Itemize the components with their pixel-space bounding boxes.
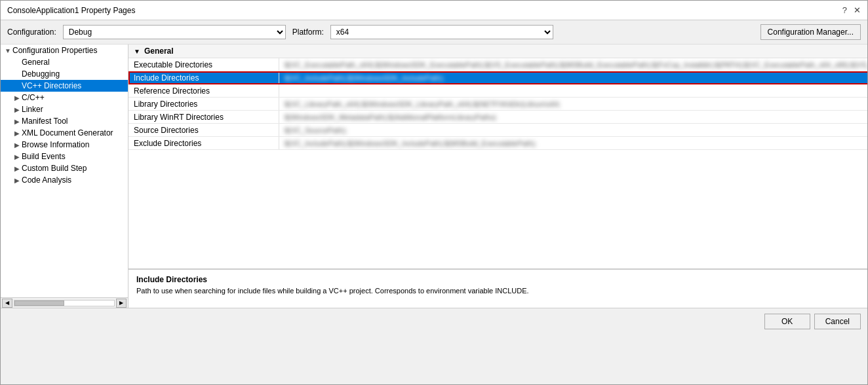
platform-select[interactable]: x64 — [330, 25, 553, 39]
prop-value-executable-dirs: $(VC_ExecutablePath_x64);$(WindowsSDK_Ex… — [279, 58, 868, 71]
tree-arrow-linker: ▶ — [12, 106, 22, 113]
prop-row-source-dirs[interactable]: Source Directories$(VC_SourcePath); — [128, 124, 868, 137]
tree-label-debugging: Debugging — [22, 69, 128, 79]
tree-arrow-browse-info: ▶ — [12, 141, 22, 149]
section-header-label: General — [144, 46, 174, 56]
scroll-left-btn[interactable]: ◀ — [2, 299, 12, 308]
tree-label-config-props: Configuration Properties — [12, 46, 128, 55]
tree-item-code-analysis[interactable]: ▶Code Analysis — [1, 174, 128, 186]
tree-item-xml-doc-gen[interactable]: ▶XML Document Generator — [1, 127, 128, 139]
bottom-bar: OK Cancel — [1, 308, 867, 334]
desc-text: Path to use when searching for include f… — [136, 287, 868, 295]
tree-item-debugging[interactable]: Debugging — [1, 68, 128, 80]
main-area: ▼Configuration PropertiesGeneralDebuggin… — [1, 45, 867, 308]
prop-row-reference-dirs[interactable]: Reference Directories — [128, 84, 868, 98]
config-label: Configuration: — [7, 28, 56, 37]
tree-label-xml-doc-gen: XML Document Generator — [22, 128, 128, 138]
tree-item-linker[interactable]: ▶Linker — [1, 103, 128, 115]
prop-name-library-dirs: Library Directories — [128, 98, 279, 110]
tree-label-code-analysis: Code Analysis — [22, 175, 128, 185]
prop-name-library-winrt-dirs: Library WinRT Directories — [128, 111, 279, 123]
tree-item-config-props[interactable]: ▼Configuration Properties — [1, 45, 128, 56]
blurred-value-source-dirs: $(VC_SourcePath); — [285, 126, 347, 134]
prop-value-source-dirs: $(VC_SourcePath); — [279, 124, 868, 136]
prop-row-include-dirs[interactable]: Include Directories$(VC_IncludePath);$(W… — [128, 71, 868, 84]
prop-name-reference-dirs: Reference Directories — [128, 84, 279, 97]
config-manager-button[interactable]: Configuration Manager... — [760, 24, 861, 40]
tree-item-build-events[interactable]: ▶Build Events — [1, 151, 128, 162]
title-bar: ConsoleApplication1 Property Pages ? ✕ — [1, 1, 867, 20]
prop-value-library-winrt-dirs: $(WindowsSDK_MetadataPath);$(AdditionalP… — [279, 111, 868, 123]
tree-arrow-xml-doc-gen: ▶ — [12, 130, 22, 137]
tree-label-cpp: C/C++ — [22, 93, 128, 102]
properties-table: ▼ General Executable Directories$(VC_Exe… — [128, 45, 868, 268]
prop-value-reference-dirs — [279, 84, 868, 97]
tree-panel: ▼Configuration PropertiesGeneralDebuggin… — [1, 45, 128, 308]
tree-label-linker: Linker — [22, 105, 128, 114]
tree-content: ▼Configuration PropertiesGeneralDebuggin… — [1, 45, 128, 297]
prop-row-executable-dirs[interactable]: Executable Directories$(VC_ExecutablePat… — [128, 58, 868, 71]
tree-arrow-build-events: ▶ — [12, 153, 22, 160]
config-row: Configuration: Debug Platform: x64 Confi… — [1, 20, 867, 45]
tree-arrow-cpp: ▶ — [12, 94, 22, 101]
prop-name-source-dirs: Source Directories — [128, 124, 279, 136]
tree-label-manifest-tool: Manifest Tool — [22, 117, 128, 126]
title-bar-controls: ? ✕ — [842, 5, 861, 15]
cancel-button[interactable]: Cancel — [814, 314, 861, 329]
blurred-value-executable-dirs: $(VC_ExecutablePath_x64);$(WindowsSDK_Ex… — [285, 61, 868, 69]
content-panel: ▼ General Executable Directories$(VC_Exe… — [128, 45, 868, 308]
ok-button[interactable]: OK — [764, 314, 810, 329]
tree-item-vc-directories[interactable]: VC++ Directories — [1, 80, 128, 92]
config-select[interactable]: Debug — [63, 25, 286, 39]
blurred-value-library-winrt-dirs: $(WindowsSDK_MetadataPath);$(AdditionalP… — [285, 113, 496, 121]
tree-item-cpp[interactable]: ▶C/C++ — [1, 92, 128, 103]
prop-row-library-winrt-dirs[interactable]: Library WinRT Directories$(WindowsSDK_Me… — [128, 111, 868, 124]
tree-arrow-custom-build-step: ▶ — [12, 165, 22, 172]
prop-row-exclude-dirs[interactable]: Exclude Directories$(VC_IncludePath);$(W… — [128, 137, 868, 150]
tree-arrow-manifest-tool: ▶ — [12, 118, 22, 125]
tree-label-browse-info: Browse Information — [22, 140, 128, 149]
prop-name-exclude-dirs: Exclude Directories — [128, 137, 279, 149]
tree-label-build-events: Build Events — [22, 152, 128, 161]
desc-title: Include Directories — [136, 275, 868, 284]
blurred-value-exclude-dirs: $(VC_IncludePath);$(WindowsSDK_IncludePa… — [285, 139, 537, 147]
scroll-thumb[interactable] — [14, 301, 64, 306]
platform-label: Platform: — [292, 28, 324, 37]
close-icon[interactable]: ✕ — [854, 5, 861, 15]
window-title: ConsoleApplication1 Property Pages — [7, 6, 135, 15]
tree-item-custom-build-step[interactable]: ▶Custom Build Step — [1, 162, 128, 174]
prop-value-exclude-dirs: $(VC_IncludePath);$(WindowsSDK_IncludePa… — [279, 137, 868, 149]
blurred-value-library-dirs: $(VC_LibraryPath_x64);$(WindowsSDK_Libra… — [285, 100, 561, 108]
tree-label-general: General — [22, 58, 128, 67]
tree-item-manifest-tool[interactable]: ▶Manifest Tool — [1, 115, 128, 127]
prop-value-include-dirs: $(VC_IncludePath);$(WindowsSDK_IncludePa… — [279, 71, 868, 84]
tree-item-browse-info[interactable]: ▶Browse Information — [1, 139, 128, 151]
scroll-right-btn[interactable]: ▶ — [116, 299, 127, 308]
tree-arrow-config-props: ▼ — [3, 47, 12, 54]
tree-scrollbar[interactable]: ◀ ▶ — [1, 297, 128, 308]
blurred-value-include-dirs: $(VC_IncludePath);$(WindowsSDK_IncludePa… — [285, 74, 444, 82]
help-icon[interactable]: ? — [842, 5, 847, 15]
section-header: ▼ General — [128, 45, 868, 58]
tree-item-general[interactable]: General — [1, 56, 128, 68]
prop-name-include-dirs: Include Directories — [128, 71, 279, 84]
prop-value-library-dirs: $(VC_LibraryPath_x64);$(WindowsSDK_Libra… — [279, 98, 868, 110]
prop-name-executable-dirs: Executable Directories — [128, 58, 279, 71]
tree-label-custom-build-step: Custom Build Step — [22, 164, 128, 173]
property-pages-window: ConsoleApplication1 Property Pages ? ✕ C… — [0, 0, 868, 385]
tree-arrow-code-analysis: ▶ — [12, 177, 22, 184]
scroll-track — [14, 300, 115, 306]
tree-label-vc-directories: VC++ Directories — [22, 81, 128, 90]
prop-row-library-dirs[interactable]: Library Directories$(VC_LibraryPath_x64)… — [128, 98, 868, 111]
description-panel: Include Directories Path to use when sea… — [128, 268, 868, 308]
section-expand-icon: ▼ — [134, 48, 140, 55]
